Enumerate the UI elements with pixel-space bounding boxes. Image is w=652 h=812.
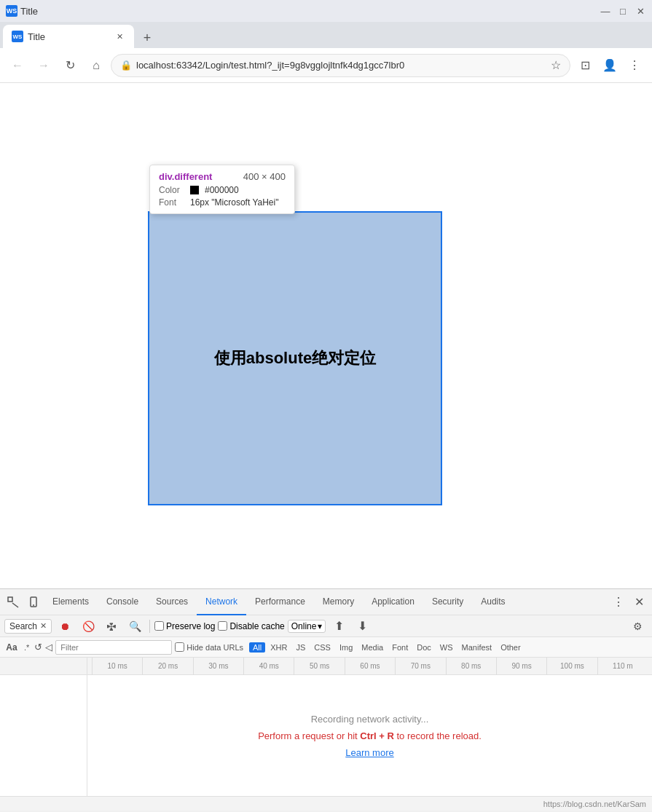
- tab-sources[interactable]: Sources: [147, 589, 197, 615]
- tooltip-color-row: Color #000000: [159, 185, 286, 195]
- upload-button[interactable]: ⬆: [329, 616, 349, 636]
- tab-performance[interactable]: Performance: [246, 589, 314, 615]
- minimize-button[interactable]: —: [600, 6, 611, 17]
- network-content: Recording network activity... Perform a …: [0, 675, 652, 796]
- tooltip-size: 400 × 400: [243, 171, 286, 182]
- filter-input[interactable]: [55, 640, 172, 655]
- tick-40ms: 40 ms: [243, 658, 294, 675]
- tooltip-color-value: #000000: [205, 185, 239, 195]
- search-button[interactable]: 🔍: [125, 616, 145, 636]
- tab-label: Title: [28, 31, 45, 42]
- preserve-log-input[interactable]: [154, 621, 164, 631]
- window-title: Title: [20, 6, 38, 17]
- record-button[interactable]: ⏺: [55, 616, 75, 636]
- search-tab: Search ✕: [4, 619, 52, 634]
- devtools-panel: Elements Console Sources Network Perform…: [0, 588, 652, 811]
- disable-cache-input[interactable]: [218, 621, 227, 631]
- filter-all-button[interactable]: All: [249, 642, 265, 653]
- home-button[interactable]: ⌂: [85, 54, 108, 77]
- tab-audits[interactable]: Audits: [472, 589, 514, 615]
- disable-cache-checkbox[interactable]: Disable cache: [218, 621, 284, 631]
- throttle-select[interactable]: Online ▾: [288, 620, 326, 633]
- tick-10ms: 10 ms: [92, 658, 142, 675]
- element-tooltip: div.different 400 × 400 Color #000000 Fo…: [149, 165, 295, 214]
- window-title-bar: WS Title — □ ✕: [0, 0, 652, 22]
- tick-80ms: 80 ms: [446, 658, 496, 675]
- tick-50ms: 50 ms: [294, 658, 344, 675]
- active-tab[interactable]: WS Title ✕: [3, 25, 134, 48]
- tooltip-font-value: 16px "Microsoft YaHei": [190, 197, 278, 208]
- browser-content: div.different 400 × 400 Color #000000 Fo…: [0, 83, 652, 588]
- ctrl-r-text: Ctrl + R: [360, 730, 394, 741]
- maximize-button[interactable]: □: [617, 6, 629, 17]
- filter-css-button[interactable]: CSS: [310, 642, 334, 653]
- close-window-button[interactable]: ✕: [635, 6, 646, 17]
- filter-xhr-button[interactable]: XHR: [267, 642, 291, 653]
- tab-security[interactable]: Security: [423, 589, 472, 615]
- filter-type-buttons: All XHR JS CSS Img Media Font Doc WS Man…: [249, 642, 525, 653]
- filter-doc-button[interactable]: Doc: [413, 642, 435, 653]
- tick-30ms: 30 ms: [193, 658, 243, 675]
- new-tab-button[interactable]: +: [137, 28, 157, 48]
- device-toolbar-button[interactable]: [23, 592, 44, 612]
- clear-button[interactable]: 🚫: [78, 616, 98, 636]
- back-button[interactable]: ←: [6, 54, 29, 77]
- tab-application[interactable]: Application: [363, 589, 423, 615]
- filter-media-button[interactable]: Media: [358, 642, 387, 653]
- nav-bar: ← → ↻ ⌂ 🔒 localhost:63342/Login/test.htm…: [0, 48, 652, 83]
- url-text: localhost:63342/Login/test.html?_ijt=9g8…: [136, 60, 546, 71]
- invert-button[interactable]: ↺: [34, 642, 42, 653]
- tab-bar: WS Title ✕ +: [0, 22, 652, 48]
- devtools-more-button[interactable]: ⋮: [608, 592, 629, 612]
- filter-ws-button[interactable]: WS: [436, 642, 457, 653]
- lock-icon: 🔒: [120, 60, 132, 71]
- address-bar[interactable]: 🔒 localhost:63342/Login/test.html?_ijt=9…: [111, 54, 570, 77]
- search-close-button[interactable]: ✕: [40, 621, 47, 631]
- hide-data-urls-checkbox[interactable]: Hide data URLs: [175, 642, 243, 652]
- hide-data-urls-input[interactable]: [175, 642, 184, 652]
- tooltip-title: div.different 400 × 400: [159, 171, 286, 182]
- preserve-log-checkbox[interactable]: Preserve log: [154, 621, 215, 631]
- reload-button[interactable]: ↻: [58, 54, 82, 77]
- filter-button[interactable]: ⧾: [101, 616, 122, 636]
- recording-area: Recording network activity... Perform a …: [87, 675, 652, 796]
- filter-font-button[interactable]: Font: [388, 642, 412, 653]
- arrow-button[interactable]: ◁: [45, 642, 52, 653]
- tab-memory[interactable]: Memory: [314, 589, 363, 615]
- filter-js-button[interactable]: JS: [292, 642, 309, 653]
- learn-more-link[interactable]: Learn more: [345, 747, 393, 758]
- svg-rect-0: [8, 597, 12, 602]
- settings-button[interactable]: ⚙: [627, 616, 648, 636]
- color-swatch: [190, 186, 199, 194]
- network-toolbar: Search ✕ ⏺ 🚫 ⧾ 🔍 Preserve log Disable ca…: [0, 615, 652, 637]
- window-controls: — □ ✕: [600, 6, 646, 17]
- tooltip-font-row: Font 16px "Microsoft YaHei": [159, 197, 286, 208]
- cast-button[interactable]: ⊡: [573, 54, 597, 77]
- tab-close-button[interactable]: ✕: [114, 31, 125, 42]
- inspect-element-button[interactable]: [3, 592, 23, 612]
- download-button[interactable]: ⬇: [352, 616, 372, 636]
- filter-manifest-button[interactable]: Manifest: [458, 642, 496, 653]
- forward-button[interactable]: →: [32, 54, 55, 77]
- devtools-header: Elements Console Sources Network Perform…: [0, 589, 652, 615]
- timeline-header: 10 ms 20 ms 30 ms 40 ms 50 ms 60 ms 70 m…: [0, 658, 652, 675]
- tick-110ms: 110 m: [597, 658, 648, 675]
- filter-other-button[interactable]: Other: [497, 642, 525, 653]
- account-button[interactable]: 👤: [598, 54, 621, 77]
- bookmark-icon[interactable]: ☆: [551, 58, 561, 72]
- case-sensitive-button[interactable]: Aa: [4, 640, 19, 655]
- tooltip-selector: div.different: [159, 171, 212, 182]
- tab-console[interactable]: Console: [98, 589, 147, 615]
- timeline-left-header: [0, 658, 87, 674]
- favicon: WS: [6, 5, 17, 17]
- menu-button[interactable]: ⋮: [623, 54, 646, 77]
- devtools-close-button[interactable]: ✕: [629, 592, 649, 612]
- tick-60ms: 60 ms: [345, 658, 395, 675]
- tooltip-font-label: Font: [159, 197, 184, 208]
- tab-elements[interactable]: Elements: [44, 589, 98, 615]
- regex-button[interactable]: .*: [22, 642, 31, 653]
- filter-img-button[interactable]: Img: [336, 642, 356, 653]
- tab-network[interactable]: Network: [197, 589, 246, 615]
- timeline-ticks: 10 ms 20 ms 30 ms 40 ms 50 ms 60 ms 70 m…: [87, 658, 652, 675]
- status-bar: https://blog.csdn.net/KarSam: [0, 796, 652, 811]
